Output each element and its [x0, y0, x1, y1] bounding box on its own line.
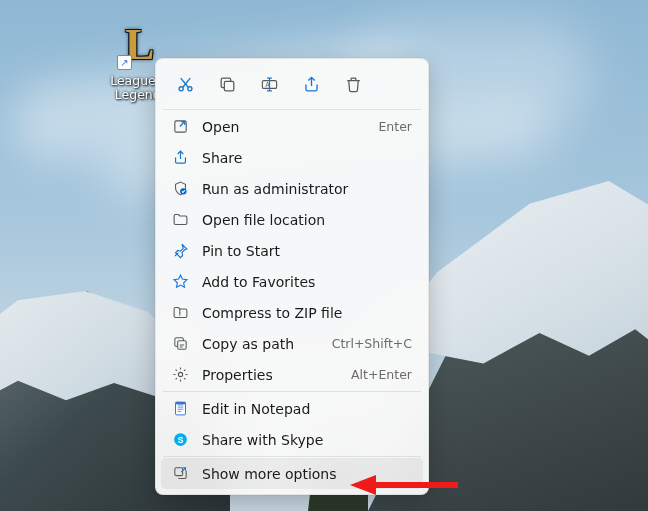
- menu-item-shortcut: Ctrl+Shift+C: [332, 336, 412, 351]
- menu-item-compress-to-zip[interactable]: Compress to ZIP file: [161, 297, 423, 328]
- share-button[interactable]: [291, 66, 331, 102]
- open-icon: [172, 118, 189, 135]
- menu-item-shortcut: Alt+Enter: [351, 367, 412, 382]
- rename-button[interactable]: A: [249, 66, 289, 102]
- notepad-icon: [172, 400, 189, 417]
- separator: [163, 109, 421, 110]
- skype-icon: S: [172, 431, 189, 448]
- menu-item-label: Edit in Notepad: [202, 401, 412, 417]
- copy-icon: [218, 75, 237, 94]
- shortcut-overlay-icon: ↗: [117, 55, 132, 70]
- menu-item-label: Share: [202, 150, 412, 166]
- menu-item-properties[interactable]: Properties Alt+Enter: [161, 359, 423, 390]
- menu-item-edit-in-notepad[interactable]: Edit in Notepad: [161, 393, 423, 424]
- delete-button[interactable]: [333, 66, 373, 102]
- copy-path-icon: [172, 335, 189, 352]
- menu-item-copy-as-path[interactable]: Copy as path Ctrl+Shift+C: [161, 328, 423, 359]
- menu-item-shortcut: Enter: [378, 119, 412, 134]
- menu-item-add-to-favorites[interactable]: Add to Favorites: [161, 266, 423, 297]
- copy-button[interactable]: [207, 66, 247, 102]
- svg-point-0: [179, 86, 183, 90]
- svg-rect-2: [224, 81, 234, 91]
- menu-item-label: Compress to ZIP file: [202, 305, 412, 321]
- menu-item-share-with-skype[interactable]: S Share with Skype: [161, 424, 423, 455]
- separator: [163, 456, 421, 457]
- delete-icon: [344, 75, 363, 94]
- context-menu-toolbar: A: [161, 64, 423, 108]
- properties-icon: [172, 366, 189, 383]
- more-options-icon: [172, 465, 189, 482]
- menu-item-label: Pin to Start: [202, 243, 412, 259]
- menu-item-show-more-options[interactable]: Show more options: [161, 458, 423, 489]
- context-menu: A Open Enter Share Run as administrator …: [155, 58, 429, 495]
- cut-button[interactable]: [165, 66, 205, 102]
- menu-item-label: Run as administrator: [202, 181, 412, 197]
- menu-item-label: Add to Favorites: [202, 274, 412, 290]
- share-icon: [172, 149, 189, 166]
- svg-rect-10: [176, 402, 186, 404]
- svg-point-8: [178, 372, 182, 376]
- menu-item-run-as-administrator[interactable]: Run as administrator: [161, 173, 423, 204]
- shield-icon: [172, 180, 189, 197]
- menu-item-label: Open: [202, 119, 365, 135]
- zip-icon: [172, 304, 189, 321]
- menu-item-pin-to-start[interactable]: Pin to Start: [161, 235, 423, 266]
- menu-item-open[interactable]: Open Enter: [161, 111, 423, 142]
- separator: [163, 391, 421, 392]
- folder-icon: [172, 211, 189, 228]
- menu-item-label: Show more options: [202, 466, 412, 482]
- svg-text:S: S: [178, 435, 184, 445]
- cut-icon: [176, 75, 195, 94]
- menu-item-label: Share with Skype: [202, 432, 412, 448]
- menu-item-open-file-location[interactable]: Open file location: [161, 204, 423, 235]
- menu-item-label: Open file location: [202, 212, 412, 228]
- menu-item-share[interactable]: Share: [161, 142, 423, 173]
- star-icon: [172, 273, 189, 290]
- menu-item-label: Properties: [202, 367, 338, 383]
- svg-point-1: [187, 86, 191, 90]
- rename-icon: A: [260, 75, 279, 94]
- menu-item-label: Copy as path: [202, 336, 319, 352]
- pin-icon: [172, 242, 189, 259]
- share-icon: [302, 75, 321, 94]
